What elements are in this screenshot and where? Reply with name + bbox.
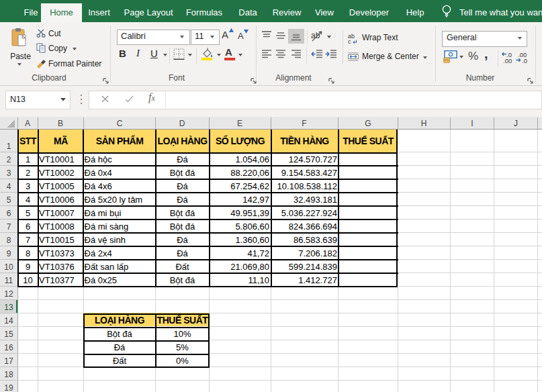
- svg-text:VT10373: VT10373: [39, 248, 75, 258]
- svg-text:21.069,80: 21.069,80: [230, 262, 269, 272]
- svg-text:Bột đá: Bột đá: [170, 222, 195, 232]
- svg-text:E: E: [237, 119, 242, 128]
- svg-text:8: 8: [26, 248, 30, 258]
- svg-text:5.806,60: 5.806,60: [235, 222, 269, 232]
- svg-text:142,97: 142,97: [242, 195, 269, 205]
- svg-text:10.108.538.112: 10.108.538.112: [277, 181, 337, 191]
- svg-text:10: 10: [4, 262, 13, 272]
- svg-text:12: 12: [4, 289, 13, 299]
- svg-text:B: B: [58, 119, 63, 128]
- svg-text:.00: .00: [503, 57, 512, 64]
- svg-text:86.583.639: 86.583.639: [293, 235, 337, 245]
- svg-text:11,10: 11,10: [248, 275, 269, 285]
- svg-text:VT10376: VT10376: [39, 262, 75, 272]
- svg-text:9: 9: [7, 249, 11, 258]
- svg-text:Đá hộc: Đá hộc: [85, 154, 113, 164]
- svg-text:17: 17: [4, 356, 13, 366]
- svg-text:1.360,60: 1.360,60: [235, 235, 269, 245]
- svg-text:Đá vệ sinh: Đá vệ sinh: [85, 235, 126, 245]
- svg-text:6: 6: [26, 222, 30, 232]
- svg-text:c: c: [348, 38, 351, 44]
- svg-text:1: 1: [26, 154, 30, 164]
- svg-text:9: 9: [26, 262, 30, 272]
- svg-text:VT10008: VT10008: [39, 222, 75, 232]
- svg-text:.0: .0: [522, 57, 527, 64]
- svg-text:18: 18: [4, 370, 13, 379]
- svg-text:F: F: [302, 119, 306, 128]
- svg-text:Đá: Đá: [177, 181, 188, 191]
- svg-text:VT10006: VT10006: [39, 195, 75, 205]
- svg-text:SỐ LƯỢNG: SỐ LƯỢNG: [216, 135, 265, 146]
- svg-text:J: J: [514, 119, 518, 128]
- svg-text:41,72: 41,72: [247, 248, 269, 258]
- svg-text:2: 2: [7, 155, 11, 164]
- svg-text:14: 14: [4, 316, 13, 326]
- svg-text:32.493.181: 32.493.181: [293, 195, 337, 205]
- svg-text:LOẠI HÀNG: LOẠI HÀNG: [157, 136, 208, 146]
- svg-text:H: H: [421, 119, 427, 128]
- svg-text:5%: 5%: [176, 342, 189, 352]
- svg-text:3: 3: [26, 181, 30, 191]
- svg-text:STT: STT: [19, 136, 37, 146]
- svg-text:Đá 2x4: Đá 2x4: [85, 248, 112, 258]
- svg-text:824.366.694: 824.366.694: [289, 222, 337, 232]
- svg-text:2: 2: [26, 168, 30, 178]
- svg-text:Đá mi sàng: Đá mi sàng: [85, 222, 129, 232]
- svg-text:A: A: [25, 119, 30, 128]
- svg-text:THUẾ SUẤT: THUẾ SUẤT: [343, 136, 394, 146]
- svg-text:1.054,06: 1.054,06: [235, 154, 269, 164]
- svg-text:13: 13: [4, 303, 13, 312]
- svg-text:C: C: [117, 119, 123, 128]
- svg-text:Đá: Đá: [177, 195, 188, 205]
- svg-text:16: 16: [4, 343, 13, 352]
- svg-text:19: 19: [4, 383, 13, 392]
- svg-text:VT10002: VT10002: [39, 168, 75, 178]
- svg-text:Đá 0x25: Đá 0x25: [85, 275, 117, 285]
- svg-text:Đá 4x6: Đá 4x6: [85, 181, 112, 191]
- svg-text:Bột đá: Bột đá: [170, 275, 195, 285]
- svg-text:88.220,06: 88.220,06: [230, 168, 269, 178]
- svg-text:10: 10: [23, 275, 32, 285]
- svg-text:6: 6: [7, 209, 11, 218]
- svg-text:7.206.182: 7.206.182: [298, 248, 337, 258]
- svg-text:VT10015: VT10015: [39, 235, 75, 245]
- svg-text:Bột đá: Bột đá: [170, 208, 195, 218]
- svg-text:4: 4: [7, 182, 11, 191]
- svg-text:VT10377: VT10377: [39, 275, 75, 285]
- svg-text:1.412.727: 1.412.727: [298, 275, 337, 285]
- svg-text:7: 7: [7, 222, 11, 232]
- svg-text:SẢN PHẨM: SẢN PHẨM: [96, 135, 144, 146]
- svg-text:Đá: Đá: [114, 342, 126, 352]
- svg-text:Đất: Đất: [113, 356, 127, 366]
- svg-text:1: 1: [7, 142, 11, 151]
- svg-text:9.154.583.427: 9.154.583.427: [281, 168, 337, 178]
- svg-text:G: G: [365, 119, 371, 128]
- svg-text:Đất san lấp: Đất san lấp: [85, 262, 129, 272]
- svg-text:4: 4: [26, 195, 30, 205]
- svg-text:VT10007: VT10007: [39, 208, 75, 218]
- svg-text:15: 15: [4, 330, 13, 339]
- svg-text:THUẾ SUẤT: THUẾ SUẤT: [157, 315, 209, 326]
- svg-text:VT10005: VT10005: [39, 181, 75, 191]
- svg-text:Đá: Đá: [177, 154, 188, 164]
- svg-text:7: 7: [26, 235, 30, 245]
- svg-text:11: 11: [5, 276, 13, 285]
- svg-text:Bột đá: Bột đá: [107, 329, 132, 339]
- svg-text:3: 3: [7, 168, 11, 178]
- svg-text:5: 5: [7, 195, 11, 205]
- svg-text:I: I: [471, 119, 473, 128]
- svg-text:Đá: Đá: [177, 248, 188, 258]
- svg-text:MÃ: MÃ: [54, 135, 68, 146]
- svg-text:TIỀN HÀNG: TIỀN HÀNG: [280, 136, 329, 146]
- svg-text:Đá mi bụi: Đá mi bụi: [85, 208, 122, 218]
- svg-text:Đá 5x20 ly tâm: Đá 5x20 ly tâm: [85, 195, 143, 205]
- svg-text:LOẠI HÀNG: LOẠI HÀNG: [95, 315, 145, 326]
- svg-text:Đá 0x4: Đá 0x4: [85, 168, 112, 178]
- svg-text:124.570.727: 124.570.727: [289, 154, 337, 164]
- svg-text:Đá: Đá: [177, 235, 188, 245]
- svg-text:8: 8: [7, 236, 11, 245]
- svg-text:599.214.839: 599.214.839: [289, 262, 337, 272]
- svg-text:10%: 10%: [173, 329, 191, 339]
- svg-text:Bột đá: Bột đá: [170, 168, 195, 178]
- svg-text:Đất: Đất: [175, 262, 189, 272]
